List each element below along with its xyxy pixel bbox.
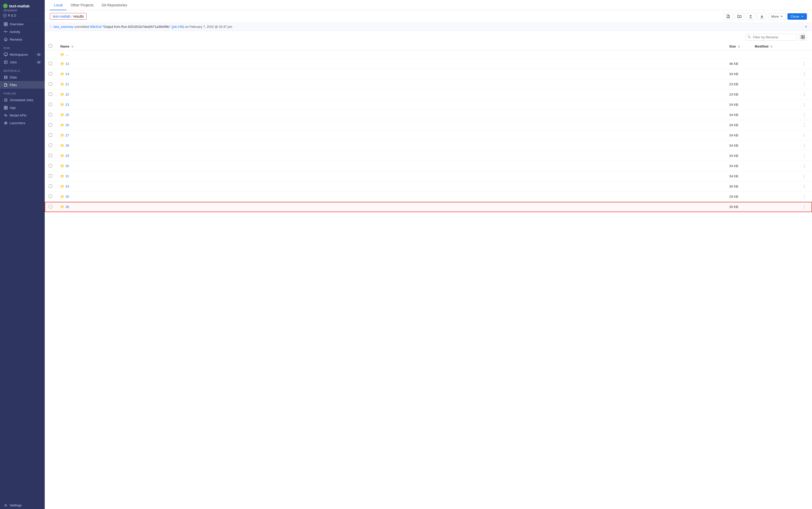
row-checkbox[interactable] xyxy=(49,174,52,178)
sidebar-item-settings[interactable]: Settings xyxy=(0,501,45,509)
row-actions-button[interactable]: ⋮ xyxy=(801,71,808,77)
tab-git-repositories[interactable]: Git Repositories xyxy=(98,0,131,10)
commit-hash[interactable]: 90b42af xyxy=(90,25,101,29)
row-actions-button[interactable]: ⋮ xyxy=(801,183,808,189)
commit-expand-icon[interactable]: ▾ xyxy=(805,25,807,29)
row-name-cell[interactable]: 📁29 xyxy=(56,151,725,161)
tab-local[interactable]: Local xyxy=(50,0,66,10)
row-name-cell[interactable]: 📁31 xyxy=(56,171,725,181)
row-actions-button[interactable]: ⋮ xyxy=(801,153,808,159)
sidebar-item-files[interactable]: Files xyxy=(0,81,45,89)
row-checkbox[interactable] xyxy=(49,195,52,198)
file-name-link[interactable]: 35 xyxy=(65,195,69,199)
row-checkbox[interactable] xyxy=(49,82,52,86)
row-actions-cell: ⋮ xyxy=(797,140,812,151)
svg-point-19 xyxy=(5,123,6,124)
folder-icon: 📁 xyxy=(60,62,64,66)
col-modified-header[interactable]: Modified ⇅ xyxy=(751,42,797,50)
row-checkbox[interactable] xyxy=(49,205,52,208)
file-name-link[interactable]: 29 xyxy=(65,154,69,158)
row-name-cell[interactable]: 📁30 xyxy=(56,161,725,171)
row-checkbox[interactable] xyxy=(49,154,52,157)
row-actions-button[interactable]: ⋮ xyxy=(801,204,808,210)
row-actions-button[interactable]: ⋮ xyxy=(801,163,808,169)
new-folder-button[interactable] xyxy=(735,13,744,20)
row-checkbox[interactable] xyxy=(49,113,52,116)
search-input[interactable] xyxy=(746,34,797,41)
sidebar-item-launchers[interactable]: Launchers xyxy=(0,119,45,127)
commit-job-link[interactable]: job #36 xyxy=(173,25,183,29)
file-name-link[interactable]: 13 xyxy=(65,62,69,66)
row-actions-button[interactable]: ⋮ xyxy=(801,81,808,87)
row-name-cell[interactable]: 📁36 xyxy=(56,202,725,212)
file-name-link[interactable]: 22 xyxy=(65,93,69,96)
row-actions-button[interactable]: ⋮ xyxy=(801,61,808,67)
sidebar-item-model-apis[interactable]: Model APIs xyxy=(0,111,45,119)
sidebar-item-app[interactable]: App xyxy=(0,104,45,111)
row-checkbox[interactable] xyxy=(49,93,52,96)
sidebar-item-overview[interactable]: Overview xyxy=(0,20,45,28)
file-name-link[interactable]: 33 xyxy=(65,184,69,188)
file-name-link[interactable]: 27 xyxy=(65,133,69,137)
row-checkbox[interactable] xyxy=(49,133,52,137)
file-name-link[interactable]: 14 xyxy=(65,72,69,76)
file-name-link[interactable]: 25 xyxy=(65,113,69,117)
file-name-link[interactable]: 21 xyxy=(65,82,69,86)
row-checkbox[interactable] xyxy=(49,184,52,188)
app-name[interactable]: test-matlab xyxy=(3,4,42,8)
download-button[interactable] xyxy=(757,13,767,20)
row-actions-button[interactable]: ⋮ xyxy=(801,92,808,97)
row-modified-cell xyxy=(751,79,797,90)
file-name-link[interactable]: 28 xyxy=(65,144,69,147)
more-button[interactable]: More xyxy=(768,13,786,20)
new-file-button[interactable] xyxy=(723,13,733,20)
row-name-cell[interactable]: 📁27 xyxy=(56,130,725,140)
row-name-cell[interactable]: 📁35 xyxy=(56,192,725,202)
breadcrumb-separator: / xyxy=(71,14,72,19)
select-all-checkbox[interactable] xyxy=(49,44,52,47)
row-actions-button[interactable]: ⋮ xyxy=(801,102,808,108)
row-actions-button[interactable]: ⋮ xyxy=(801,173,808,179)
sidebar-item-scheduled-jobs[interactable]: Scheduled Jobs xyxy=(0,96,45,104)
row-checkbox[interactable] xyxy=(49,72,52,75)
row-name-cell[interactable]: 📁14 xyxy=(56,69,725,79)
row-actions-button[interactable]: ⋮ xyxy=(801,112,808,118)
upload-button[interactable] xyxy=(746,13,755,20)
row-actions-button[interactable]: ⋮ xyxy=(801,132,808,138)
col-name-header[interactable]: Name ⇅ xyxy=(56,42,725,50)
clone-button[interactable]: Clone xyxy=(787,13,807,20)
row-name-cell[interactable]: 📁26 xyxy=(56,120,725,130)
row-checkbox[interactable] xyxy=(49,62,52,65)
row-checkbox[interactable] xyxy=(49,123,52,127)
sidebar-org[interactable]: ⊙ R & D xyxy=(3,14,42,18)
file-name-link[interactable]: 23 xyxy=(65,103,69,107)
sidebar-item-data[interactable]: Data xyxy=(0,73,45,81)
col-size-header[interactable]: Size ⇅ xyxy=(725,42,751,50)
file-name-link[interactable]: 36 xyxy=(65,205,69,209)
row-checkbox[interactable] xyxy=(49,144,52,147)
row-name-cell[interactable]: 📁25 xyxy=(56,110,725,120)
row-name-cell[interactable]: 📁13 xyxy=(56,59,725,69)
parent-name-cell[interactable]: 📁 .. xyxy=(56,50,725,59)
view-toggle-button[interactable] xyxy=(799,33,807,41)
row-checkbox[interactable] xyxy=(49,103,52,106)
row-name-cell[interactable]: 📁23 xyxy=(56,100,725,110)
row-name-cell[interactable]: 📁22 xyxy=(56,90,725,100)
row-actions-button[interactable]: ⋮ xyxy=(801,143,808,148)
file-name-link[interactable]: 30 xyxy=(65,164,69,168)
sidebar-item-jobs[interactable]: Jobs ● xyxy=(0,58,45,66)
file-name-link[interactable]: 26 xyxy=(65,123,69,127)
row-checkbox[interactable] xyxy=(49,164,52,167)
commit-author[interactable]: tara_sweeney xyxy=(54,25,73,29)
row-name-cell[interactable]: 📁21 xyxy=(56,79,725,90)
row-actions-button[interactable]: ⋮ xyxy=(801,194,808,200)
row-actions-button[interactable]: ⋮ xyxy=(801,122,808,128)
row-name-cell[interactable]: 📁33 xyxy=(56,181,725,192)
row-name-cell[interactable]: 📁28 xyxy=(56,140,725,151)
sidebar-item-activity[interactable]: Activity xyxy=(0,28,45,36)
file-name-link[interactable]: 31 xyxy=(65,174,69,178)
sidebar-item-workspaces[interactable]: Workspaces ● xyxy=(0,50,45,58)
tab-other-projects[interactable]: Other Projects xyxy=(66,0,97,10)
sidebar-item-reviews[interactable]: Reviews xyxy=(0,36,45,43)
breadcrumb-root[interactable]: test-matlab xyxy=(52,14,70,19)
